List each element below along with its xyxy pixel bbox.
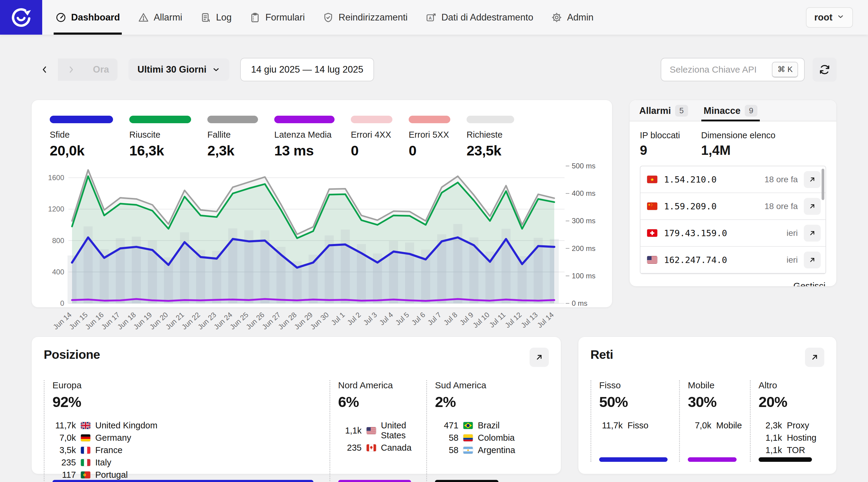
- column-share-bar: [53, 480, 313, 482]
- networks-expand-button[interactable]: [805, 348, 824, 367]
- nav-item-dashboard[interactable]: Dashboard: [56, 0, 120, 35]
- scrollbar-thumb[interactable]: [822, 169, 824, 200]
- open-ip-button[interactable]: [804, 225, 821, 242]
- column-share-bar: [688, 457, 736, 462]
- open-ip-button[interactable]: [804, 198, 821, 215]
- stat-label: Fallite: [207, 130, 258, 140]
- column-percentage: 6%: [338, 393, 418, 410]
- svg-text:Jul 8: Jul 8: [442, 311, 459, 327]
- breakdown-label: TOR: [787, 445, 805, 455]
- breakdown-row: 235Italy: [53, 458, 321, 468]
- breakdown-label: France: [95, 445, 122, 455]
- svg-text:Jul 4: Jul 4: [378, 311, 395, 327]
- column-percentage: 92%: [53, 393, 321, 410]
- arrow-up-right-icon: [808, 229, 816, 237]
- blocked-ip-row: 162.247.74.0ieri: [641, 247, 826, 274]
- stat-value: 20,0k: [50, 142, 113, 159]
- tab-minacce[interactable]: Minacce9: [697, 100, 764, 121]
- threat-stat-value: 9: [640, 143, 680, 158]
- brazil-flag-icon: [463, 422, 473, 429]
- stat-riuscite[interactable]: Riuscite16,3k: [129, 116, 191, 159]
- column-share-bar: [435, 480, 498, 482]
- stat-sfide[interactable]: Sfide20,0k: [50, 116, 113, 159]
- arrow-up-right-icon: [808, 256, 816, 264]
- blocked-ip-time: 18 ore fa: [764, 175, 798, 184]
- svg-text:400: 400: [52, 268, 64, 276]
- warning-icon: [138, 12, 149, 23]
- breakdown-label: Mobile: [716, 421, 742, 430]
- breakdown-label: Italy: [95, 458, 111, 468]
- nav-item-label: Dati di Addestramento: [441, 12, 533, 23]
- clipboard-icon: [250, 12, 260, 23]
- manage-link[interactable]: Gestisci: [793, 281, 826, 287]
- brand-logo[interactable]: [0, 0, 42, 35]
- api-key-input[interactable]: [670, 64, 772, 75]
- breakdown-value: 11,7k: [599, 421, 623, 430]
- svg-text:1600: 1600: [48, 173, 64, 182]
- threat-stats: IP bloccati9Dimensione elenco1,4M: [629, 121, 836, 166]
- open-ip-button[interactable]: [804, 252, 821, 268]
- threat-stat-0: IP bloccati9: [640, 130, 680, 158]
- breakdown-row: 117Portugal: [53, 470, 321, 480]
- traffic-chart-svg: 0400800120016000 ms100 ms200 ms300 ms400…: [42, 162, 602, 355]
- breakdown-value: 2,3k: [758, 421, 782, 430]
- now-button[interactable]: Ora: [84, 59, 118, 81]
- svg-text:Jul 13: Jul 13: [519, 311, 539, 329]
- svg-text:100 ms: 100 ms: [572, 272, 595, 280]
- stat-latenza-media[interactable]: Latenza Media13 ms: [274, 116, 335, 159]
- tab-label: Allarmi: [639, 105, 671, 116]
- canada-flag-icon: [367, 444, 376, 451]
- open-ip-button[interactable]: [804, 171, 821, 188]
- breakdown-value: 7,0k: [688, 421, 711, 430]
- stat-richieste[interactable]: Richieste23,5k: [467, 116, 514, 159]
- blocked-ip-address: 1.59.209.0: [664, 201, 717, 212]
- svg-text:Jul 1: Jul 1: [330, 311, 346, 327]
- next-period-button[interactable]: [58, 59, 84, 81]
- location-expand-button[interactable]: [530, 348, 549, 367]
- breakdown-label: Portugal: [95, 470, 128, 480]
- arrow-up-right-icon: [810, 353, 819, 362]
- date-range-display[interactable]: 14 giu 2025 — 14 lug 2025: [240, 58, 374, 81]
- chevron-down-icon: [837, 12, 844, 23]
- nav-item-log[interactable]: Log: [200, 0, 232, 35]
- keyboard-shortcut-badge: ⌘ K: [772, 62, 798, 78]
- united-states-flag-icon: [647, 256, 657, 264]
- svg-text:0 ms: 0 ms: [572, 299, 587, 307]
- tab-allarmi[interactable]: Allarmi5: [632, 100, 695, 121]
- column-percentage: 20%: [758, 393, 816, 410]
- stat-value: 16,3k: [129, 142, 191, 159]
- svg-text:Jul 7: Jul 7: [426, 311, 443, 327]
- stat-errori-5xx[interactable]: Errori 5XX0: [409, 116, 450, 159]
- svg-text:Jul 3: Jul 3: [362, 311, 378, 327]
- period-select-button[interactable]: Ultimi 30 Giorni: [128, 59, 229, 81]
- networks-card: Reti Fisso50%11,7kFissoMobile30%7,0kMobi…: [578, 336, 837, 474]
- breakdown-value: 3,5k: [53, 445, 76, 455]
- svg-text:400 ms: 400 ms: [572, 189, 595, 197]
- refresh-button[interactable]: [812, 58, 837, 82]
- breakdown-row: 7,0kMobile: [688, 421, 742, 430]
- nav-item-formulari[interactable]: Formulari: [250, 0, 305, 35]
- nav-item-label: Dashboard: [71, 12, 120, 23]
- previous-period-button[interactable]: [31, 59, 58, 81]
- breakdown-value: 471: [435, 421, 458, 430]
- column-percentage: 50%: [599, 393, 671, 410]
- user-menu-button[interactable]: root: [806, 7, 853, 28]
- chevron-left-icon: [40, 65, 49, 74]
- tab-count-badge: 9: [745, 105, 757, 117]
- blocked-ip-list: 1.54.210.018 ore fa1.59.209.018 ore fa17…: [640, 166, 826, 274]
- breakdown-row: 11,7kUnited Kingdom: [53, 421, 321, 430]
- blocked-ip-address: 1.54.210.0: [664, 174, 717, 185]
- nav-item-reindirizzamenti[interactable]: Reindirizzamenti: [323, 0, 407, 35]
- threat-stat-label: Dimensione elenco: [701, 130, 775, 140]
- stat-errori-4xx[interactable]: Errori 4XX0: [351, 116, 393, 159]
- blocked-ip-row: 1.54.210.018 ore fa: [641, 166, 826, 193]
- svg-text:500 ms: 500 ms: [572, 162, 595, 170]
- nav-item-dati-di-addestramento[interactable]: ADati di Addestramento: [426, 0, 533, 35]
- nav-item-allarmi[interactable]: Allarmi: [138, 0, 182, 35]
- column-mobile: Mobile30%7,0kMobile: [679, 380, 742, 462]
- china-flag-icon: [647, 202, 657, 210]
- api-key-select[interactable]: ⌘ K: [661, 58, 805, 81]
- time-nav-segmented-control: Ora: [31, 59, 118, 81]
- nav-item-admin[interactable]: Admin: [551, 0, 593, 35]
- stat-fallite[interactable]: Fallite2,3k: [207, 116, 258, 159]
